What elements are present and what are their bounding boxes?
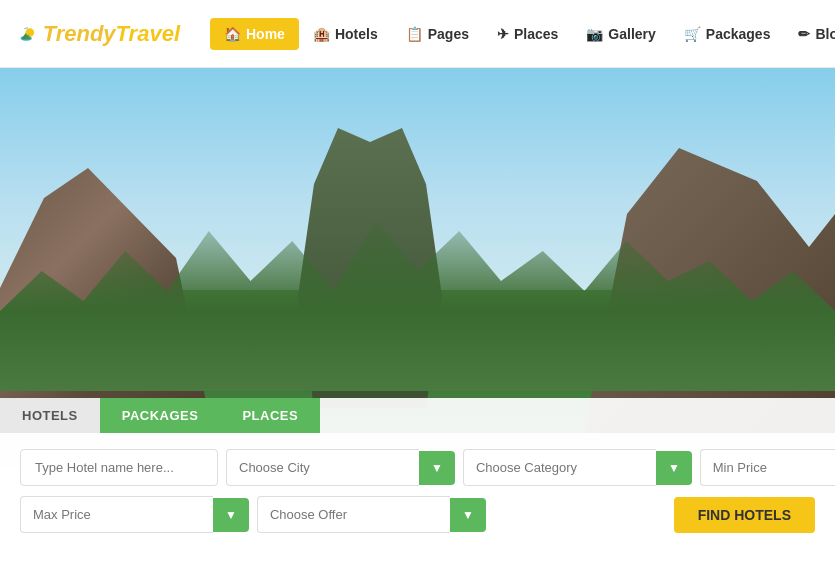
blog-icon: ✏ [798,26,810,42]
nav-item-home[interactable]: 🏠 Home [210,18,299,50]
hotels-icon: 🏨 [313,26,330,42]
max-price-dropdown-button[interactable]: ▼ [213,498,249,532]
choose-city-input[interactable] [226,449,419,486]
chevron-down-icon: ▼ [668,461,680,475]
navbar: TrendyTravel 🏠 Home 🏨 Hotels 📋 Pages ✈ [0,0,835,68]
chevron-down-icon: ▼ [431,461,443,475]
find-hotels-button[interactable]: FIND HOTELS [674,497,815,533]
hotel-name-input[interactable] [20,449,218,486]
places-icon: ✈ [497,26,509,42]
choose-offer-dropdown-button[interactable]: ▼ [450,498,486,532]
hero-section: HOTELS PACKAGES PLACES ▼ ▼ [0,68,835,561]
home-icon: 🏠 [224,26,241,42]
nav-label-packages: Packages [706,26,771,42]
max-price-group: ▼ [20,496,249,533]
tab-packages[interactable]: PACKAGES [100,398,221,433]
nav-label-hotels: Hotels [335,26,378,42]
nav-label-pages: Pages [428,26,469,42]
choose-offer-input[interactable] [257,496,450,533]
chevron-down-icon: ▼ [462,508,474,522]
nav-link-packages[interactable]: 🛒 Packages [670,18,785,50]
nav-label-home: Home [246,26,285,42]
nav-label-blog: Blog [815,26,835,42]
nav-item-packages[interactable]: 🛒 Packages [670,18,785,50]
nav-link-blog[interactable]: ✏ Blog [784,18,835,50]
nav-link-home[interactable]: 🏠 Home [210,18,299,50]
search-row-1: ▼ ▼ ▼ [20,449,815,486]
nav-links: 🏠 Home 🏨 Hotels 📋 Pages ✈ Places 📷 [210,18,835,50]
packages-icon: 🛒 [684,26,701,42]
max-price-input[interactable] [20,496,213,533]
choose-city-group: ▼ [226,449,455,486]
logo-text: TrendyTravel [43,21,180,47]
nav-link-places[interactable]: ✈ Places [483,18,572,50]
gallery-icon: 📷 [586,26,603,42]
chevron-down-icon: ▼ [225,508,237,522]
nav-item-hotels[interactable]: 🏨 Hotels [299,18,392,50]
min-price-input[interactable] [700,449,835,486]
nav-item-places[interactable]: ✈ Places [483,18,572,50]
nav-link-gallery[interactable]: 📷 Gallery [572,18,669,50]
search-row-2: ▼ ▼ FIND HOTELS [20,496,815,533]
nav-link-hotels[interactable]: 🏨 Hotels [299,18,392,50]
tab-places[interactable]: PLACES [220,398,320,433]
choose-category-dropdown-button[interactable]: ▼ [656,451,692,485]
search-panel: HOTELS PACKAGES PLACES ▼ ▼ [0,398,835,561]
logo-icon [20,7,37,61]
choose-category-group: ▼ [463,449,692,486]
nav-link-pages[interactable]: 📋 Pages [392,18,483,50]
nav-label-places: Places [514,26,558,42]
nav-label-gallery: Gallery [608,26,655,42]
min-price-group: ▼ [700,449,835,486]
nav-item-pages[interactable]: 📋 Pages [392,18,483,50]
nav-item-gallery[interactable]: 📷 Gallery [572,18,669,50]
nav-item-blog[interactable]: ✏ Blog [784,18,835,50]
search-tabs: HOTELS PACKAGES PLACES [0,398,835,433]
choose-category-input[interactable] [463,449,656,486]
logo-area: TrendyTravel [20,7,180,61]
choose-offer-group: ▼ [257,496,486,533]
search-form: ▼ ▼ ▼ [0,433,835,561]
tab-hotels[interactable]: HOTELS [0,398,100,433]
choose-city-dropdown-button[interactable]: ▼ [419,451,455,485]
pages-icon: 📋 [406,26,423,42]
